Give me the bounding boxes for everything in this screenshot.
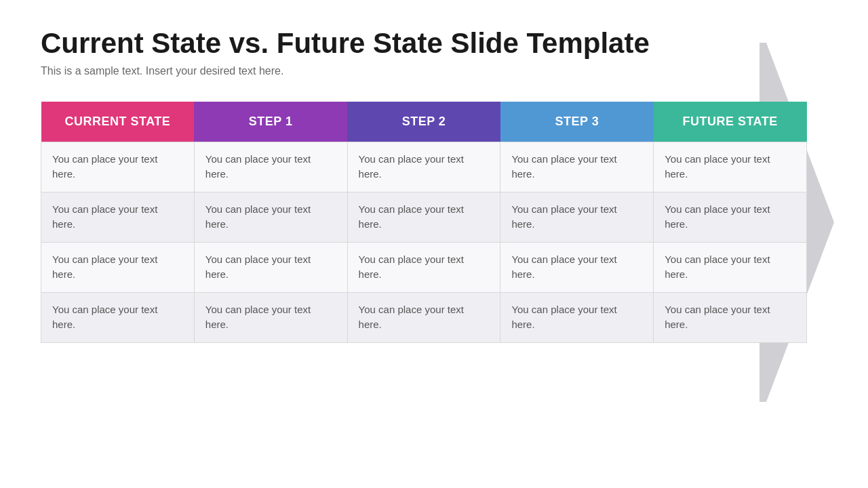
table-cell: You can place your text here. — [654, 192, 807, 242]
table-row: You can place your text here.You can pla… — [41, 192, 807, 242]
table-row: You can place your text here.You can pla… — [41, 242, 807, 292]
table-cell: You can place your text here. — [194, 292, 347, 342]
table-cell: You can place your text here. — [347, 292, 500, 342]
data-table: CURRENT STATE STEP 1 STEP 2 STEP 3 FUTUR… — [41, 102, 807, 343]
table-row: You can place your text here.You can pla… — [41, 292, 807, 342]
table-cell: You can place your text here. — [500, 142, 654, 192]
page-title: Current State vs. Future State Slide Tem… — [41, 27, 827, 60]
table-cell: You can place your text here. — [194, 142, 347, 192]
slide: Current State vs. Future State Slide Tem… — [0, 0, 868, 488]
header-step1: STEP 1 — [194, 102, 347, 142]
table-header-row: CURRENT STATE STEP 1 STEP 2 STEP 3 FUTUR… — [41, 102, 807, 142]
table-cell: You can place your text here. — [347, 242, 500, 292]
header-current-state: CURRENT STATE — [41, 102, 195, 142]
data-table-container: CURRENT STATE STEP 1 STEP 2 STEP 3 FUTUR… — [41, 102, 807, 343]
table-cell: You can place your text here. — [41, 292, 195, 342]
table-cell: You can place your text here. — [194, 192, 347, 242]
table-body: You can place your text here.You can pla… — [41, 142, 807, 342]
table-cell: You can place your text here. — [654, 242, 807, 292]
table-cell: You can place your text here. — [500, 192, 654, 242]
header-step3: STEP 3 — [500, 102, 654, 142]
header-future-state: FUTURE STATE — [654, 102, 807, 142]
table-cell: You can place your text here. — [41, 242, 195, 292]
table-cell: You can place your text here. — [194, 242, 347, 292]
header-step2: STEP 2 — [347, 102, 500, 142]
table-cell: You can place your text here. — [500, 292, 654, 342]
table-wrapper: CURRENT STATE STEP 1 STEP 2 STEP 3 FUTUR… — [41, 102, 827, 343]
table-cell: You can place your text here. — [41, 192, 195, 242]
table-cell: You can place your text here. — [347, 192, 500, 242]
table-cell: You can place your text here. — [654, 292, 807, 342]
table-cell: You can place your text here. — [500, 242, 654, 292]
page-subtitle: This is a sample text. Insert your desir… — [41, 65, 827, 77]
table-cell: You can place your text here. — [347, 142, 500, 192]
table-row: You can place your text here.You can pla… — [41, 142, 807, 192]
table-cell: You can place your text here. — [41, 142, 195, 192]
table-cell: You can place your text here. — [654, 142, 807, 192]
